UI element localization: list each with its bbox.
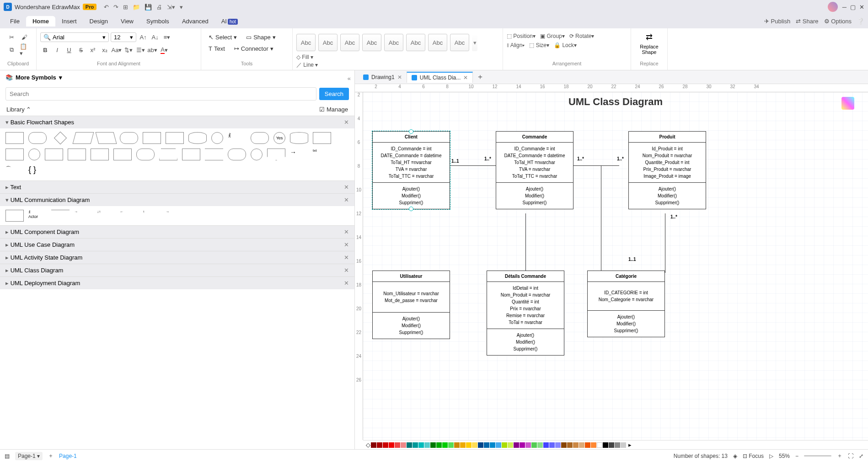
style-2[interactable]: Abc [318,34,338,51]
class-details[interactable]: Détails Commande IdDetail = intNom_Produ… [487,271,564,356]
shape-subroutine[interactable] [166,132,184,144]
rotate-button[interactable]: ⟳ Rotate▾ [569,33,595,39]
swatch[interactable] [496,442,501,448]
swatch[interactable] [377,442,382,448]
shape-roundrect[interactable] [28,132,47,144]
zoom-out-icon[interactable]: − [795,453,798,459]
swatch[interactable] [537,442,543,448]
swatch[interactable] [478,442,483,448]
diagram-title[interactable]: UML Class Diagram [363,92,868,112]
mult-4[interactable]: 1..* [617,156,624,161]
connector[interactable] [665,213,665,273]
zoom-slider[interactable] [804,455,831,457]
class-utilisateur[interactable]: Utilisateur Nom_Utilisateur = nvarcharMo… [372,271,450,339]
shape-lines[interactable] [205,149,223,160]
maximize-icon[interactable]: ▢ [850,4,856,11]
swatch[interactable] [543,442,549,448]
swatch[interactable] [585,442,590,448]
style-1[interactable]: Abc [296,34,316,51]
symbol-search-input[interactable] [5,87,316,101]
open-icon[interactable]: 📁 [133,4,140,11]
shape-note[interactable]: txt [313,149,331,160]
fill-button[interactable]: ◇ Fill ▾ [296,54,327,60]
replace-shape-icon[interactable]: ⇄ [646,32,653,42]
swatch[interactable] [573,442,579,448]
shape-r2-6[interactable] [113,149,132,160]
shape-usecase[interactable] [251,132,269,144]
swatch[interactable] [603,442,608,448]
shape-arrow[interactable]: → [290,149,308,160]
canvas[interactable]: UML Class Diagram 1..1 1..* 1..* 1..* 1.… [363,92,868,440]
swatch[interactable] [597,442,602,448]
publish-button[interactable]: ✈ Publish [764,18,790,25]
menu-home[interactable]: Home [26,16,55,27]
menu-insert[interactable]: Insert [55,16,83,27]
redo-icon[interactable]: ↷ [113,4,118,11]
swatch[interactable] [395,442,400,448]
swatch[interactable] [401,442,406,448]
transparent-icon[interactable]: ◇ [366,441,370,448]
shape-msg3[interactable]: ← [120,210,138,222]
class-client[interactable]: Client ID_Commande = intDATE_Commande = … [372,131,450,209]
italic-icon[interactable]: I [52,45,62,55]
connector[interactable] [573,165,619,166]
shape-parallelogram[interactable] [73,132,94,144]
shape-r2-2[interactable] [28,149,40,160]
menu-view[interactable]: View [114,16,140,27]
style-4[interactable]: Abc [362,34,381,51]
shape-r2-10[interactable] [251,149,263,160]
lock-button[interactable]: 🔒 Lock▾ [554,42,577,48]
superscript-icon[interactable]: x² [88,45,98,55]
page-select[interactable]: Page-1 ▾ [15,452,43,460]
swatch[interactable] [609,442,614,448]
mult-5[interactable]: 1..* [670,214,677,219]
group-button[interactable]: ▣ Group▾ [540,33,565,39]
align-button[interactable]: ⫴ Align▾ [507,42,525,48]
mult-2[interactable]: 1..* [484,156,491,161]
section-uml-component[interactable]: UML Component Diagram✕ [0,225,354,238]
shape-r2-5[interactable] [91,149,109,160]
shape-r2-9[interactable] [228,149,246,160]
shape-msg5[interactable]: → [166,210,184,222]
section-close-icon[interactable]: ✕ [344,184,349,191]
menu-ai[interactable]: AIhot [215,16,244,27]
layers-icon[interactable]: ◈ [733,453,737,459]
shape-frame[interactable] [5,210,24,222]
class-commande[interactable]: Commande ID_Commande = intDATE_Commande … [496,131,573,209]
help-icon[interactable]: ❔ [857,18,864,25]
user-avatar[interactable] [828,2,838,12]
tab-close-icon[interactable]: ✕ [463,74,468,81]
section-uml-class[interactable]: UML Class Diagram✕ [0,264,354,276]
swatch[interactable] [531,442,537,448]
undo-icon[interactable]: ↶ [104,4,109,11]
align-icon[interactable]: ≡▾ [162,32,172,42]
swatch[interactable] [567,442,573,448]
panel-collapse-icon[interactable]: « [348,75,351,82]
section-close-icon[interactable]: ✕ [344,119,349,126]
mult-6[interactable]: 1..1 [628,257,636,262]
shape-actor[interactable]: 𐀪 [228,132,246,144]
swatch[interactable] [484,442,489,448]
shape-parallelogram2[interactable] [96,132,117,144]
swatch[interactable] [508,442,513,448]
bullets-icon[interactable]: ☰▾ [135,45,145,55]
new-icon[interactable]: ⊞ [123,4,128,11]
section-uml-usecase[interactable]: UML Use Case Diagram✕ [0,238,354,251]
strike-icon[interactable]: S̶ [76,45,86,55]
connector-tool[interactable]: ↦ Connector ▾ [230,43,277,54]
swatch[interactable] [448,442,454,448]
shape-trap[interactable] [159,149,177,160]
font-family-combo[interactable]: 🔍Arial▾ [40,32,109,42]
copy-icon[interactable]: ⧉ [7,45,17,55]
swatch[interactable] [407,442,412,448]
section-close-icon[interactable]: ✕ [344,196,349,203]
style-7[interactable]: Abc [428,34,447,51]
close-icon[interactable]: ✕ [859,4,864,11]
save-icon[interactable]: 💾 [145,4,152,11]
style-6[interactable]: Abc [406,34,425,51]
connector[interactable] [525,213,526,273]
highlight-icon[interactable]: ab▾ [147,45,157,55]
export-icon[interactable]: ⇲▾ [167,4,175,11]
symbol-search-button[interactable]: Search [319,88,349,100]
minimize-icon[interactable]: ─ [842,4,847,11]
